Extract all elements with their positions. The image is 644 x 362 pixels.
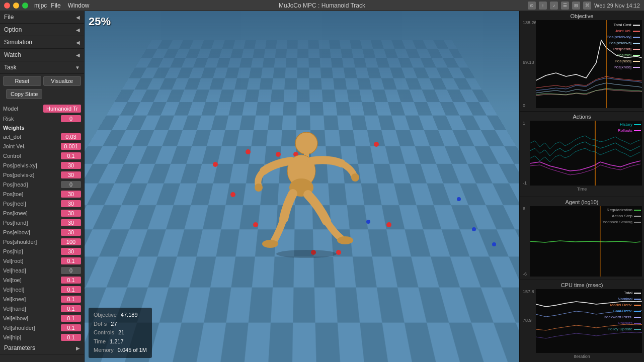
pos-hand-value[interactable]: 30	[61, 219, 81, 226]
info-controls: Controls 21	[94, 328, 147, 337]
copy-state-button[interactable]: Copy State	[6, 89, 42, 99]
vel-elbow-value[interactable]: 0.1	[61, 315, 81, 322]
actions-panel: Actions 1 -1	[520, 112, 644, 197]
pos-knee-value[interactable]: 30	[61, 210, 81, 217]
sidebar-item-option[interactable]: Option ◀	[0, 24, 84, 36]
vel-shoulder-label: Vel[shoulder]	[3, 325, 35, 331]
close-button[interactable]	[4, 3, 10, 9]
joint-dot-4	[492, 242, 496, 246]
legend-cpu-total: Total	[604, 290, 641, 296]
joint-vel-row: Joint Vel. 0.001	[0, 141, 84, 151]
pos-hand-row: Pos[hand] 30	[0, 218, 84, 227]
option-label: Option	[4, 26, 22, 33]
sidebar-item-task[interactable]: Task ▼	[0, 61, 84, 74]
legend-pelvis-z: Pos[pelvis-z]	[607, 40, 640, 46]
vel-head-value[interactable]: 0	[61, 267, 81, 274]
task-label: Task	[4, 64, 17, 71]
info-dofs: DoFs 27	[94, 320, 147, 329]
svg-point-0	[295, 132, 317, 154]
menu-window[interactable]: Window	[68, 2, 90, 9]
pos-heel-row: Pos[heel] 30	[0, 199, 84, 208]
pos-toe-value[interactable]: 30	[61, 191, 81, 198]
pos-heel-label: Pos[heel]	[3, 201, 26, 207]
pos-shoulder-value[interactable]: 100	[61, 238, 81, 245]
svg-point-7	[337, 236, 353, 244]
simulation-arrow: ◀	[76, 40, 80, 45]
sidebar: File ◀ Option ◀ Simulation ◀ Watch ◀ Tas…	[0, 11, 85, 362]
svg-point-3	[255, 184, 263, 192]
legend-color-knee	[633, 67, 640, 68]
cpu-chart-area: Total Nominal Model Deriv. Cost Der	[536, 289, 642, 353]
sidebar-item-simulation[interactable]: Simulation ◀	[0, 36, 84, 49]
sys-icon-4: ☰	[561, 2, 569, 10]
vel-knee-value[interactable]: 0.1	[61, 296, 81, 303]
menu-file[interactable]: File	[51, 2, 60, 9]
act-dot-value[interactable]: 0.03	[61, 133, 81, 140]
task-arrow: ▼	[75, 65, 80, 70]
actions-title: Actions	[522, 114, 642, 120]
control-row: Control 0.1	[0, 151, 84, 160]
legend-cpu-color-md	[634, 305, 641, 306]
reset-button[interactable]: Reset	[3, 76, 41, 86]
legend-color-heel	[633, 61, 640, 62]
viewport: 25% Objective 47.189 DoFs 27 Controls 21…	[85, 11, 519, 362]
risk-value[interactable]: 0	[61, 115, 81, 122]
sys-icon-3: ♪	[550, 2, 558, 10]
pos-heel-value[interactable]: 30	[61, 200, 81, 207]
actions-max-label: 1	[523, 121, 525, 126]
maximize-button[interactable]	[22, 3, 28, 9]
legend-cpu-color-nom	[634, 299, 641, 300]
cpu-max-label: 157.8	[523, 289, 534, 294]
vel-root-value[interactable]: 0.1	[61, 257, 81, 264]
vel-knee-row: Vel[knee] 0.1	[0, 294, 84, 304]
pos-pelvis-xy-value[interactable]: 30	[61, 162, 81, 169]
vel-hand-value[interactable]: 0.1	[61, 305, 81, 312]
vel-hip-row: Vel[hip] 0.1	[0, 332, 84, 342]
vel-head-row: Vel[head] 0	[0, 265, 84, 275]
parameters-label: Parameters	[4, 344, 35, 351]
visualize-button[interactable]: Visualize	[43, 76, 82, 86]
actions-time-label: Time	[522, 187, 642, 192]
vel-toe-label: Vel[toe]	[3, 277, 22, 283]
agent-legend: Regularization Action Step Feedback Scal…	[600, 207, 641, 225]
vel-shoulder-value[interactable]: 0.1	[61, 324, 81, 331]
vel-toe-value[interactable]: 0.1	[61, 277, 81, 284]
cpu-legend: Total Nominal Model Deriv. Cost Der	[604, 290, 641, 332]
legend-color-as	[634, 216, 641, 217]
cpu-mid-label: 78.9	[523, 318, 532, 323]
sidebar-item-parameters[interactable]: Parameters ▶	[0, 342, 84, 354]
pos-knee-label: Pos[knee]	[3, 210, 28, 216]
vel-heel-value[interactable]: 0.1	[61, 286, 81, 293]
info-objective: Objective 47.189	[94, 311, 147, 320]
pos-head-value[interactable]: 0	[61, 181, 81, 188]
agent-title: Agent (log10)	[522, 199, 642, 205]
actions-chart-area: History Rollouts	[530, 121, 642, 186]
sidebar-item-file[interactable]: File ◀	[0, 11, 84, 24]
legend-heel: Pos[heel]	[607, 58, 640, 64]
controls-label: Controls	[94, 328, 114, 337]
legend-color-head	[633, 49, 640, 50]
clock: Wed 29 Nov 14:12	[594, 3, 640, 9]
vel-root-label: Vel[root]	[3, 258, 23, 264]
pos-pelvis-z-value[interactable]: 30	[61, 171, 81, 178]
main-layout: File ◀ Option ◀ Simulation ◀ Watch ◀ Tas…	[0, 11, 644, 362]
agent-panel: Agent (log10) 6 -6 Regularization	[520, 197, 644, 280]
joint-vel-value[interactable]: 0.001	[61, 143, 81, 150]
vel-hip-value[interactable]: 0.1	[61, 334, 81, 341]
pos-toe-label: Pos[toe]	[3, 191, 23, 197]
act-dot-label: act_dot	[3, 134, 21, 140]
legend-color-rollouts	[634, 130, 641, 131]
file-arrow: ◀	[76, 15, 80, 20]
actions-legend: History Rollouts	[618, 122, 641, 134]
minimize-button[interactable]	[13, 3, 19, 9]
pos-hip-value[interactable]: 30	[61, 248, 81, 255]
control-value[interactable]: 0.1	[61, 152, 81, 159]
window-title: MuJoCo MPC : Humanoid Track	[279, 2, 365, 9]
pos-hip-row: Pos[hip] 30	[0, 246, 84, 256]
sidebar-item-watch[interactable]: Watch ◀	[0, 49, 84, 61]
legend-action-step: Action Step	[600, 213, 641, 219]
legend-cpu-backward: Backward Pass.	[604, 314, 641, 320]
risk-label: Risk	[3, 116, 14, 122]
pos-elbow-value[interactable]: 30	[61, 229, 81, 236]
joint-dot-3	[472, 227, 476, 231]
